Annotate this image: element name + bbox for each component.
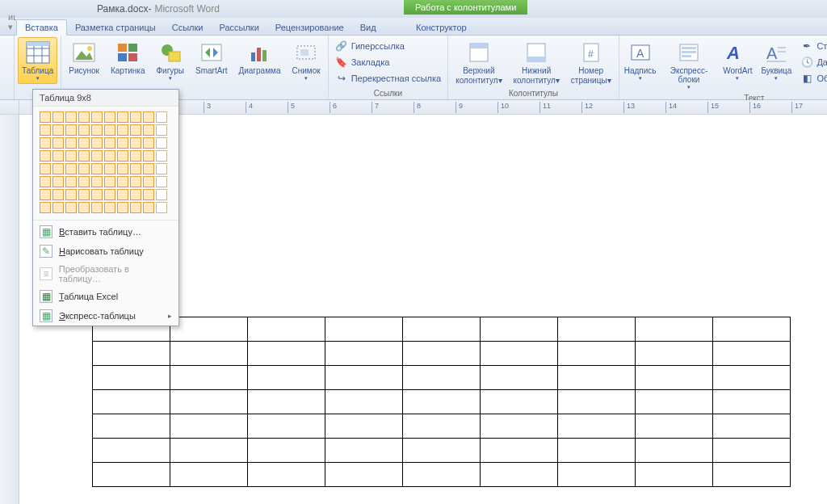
picker-cell[interactable]: [117, 111, 128, 123]
picker-cell[interactable]: [156, 189, 167, 200]
quickparts-button[interactable]: Экспресс-блоки: [661, 37, 717, 93]
picker-cell[interactable]: [104, 202, 115, 213]
table-cell[interactable]: [403, 439, 481, 463]
table-cell[interactable]: [248, 317, 325, 342]
date-time-button[interactable]: 🕓Дата и время: [797, 55, 827, 69]
table-cell[interactable]: [713, 463, 791, 487]
picker-cell[interactable]: [143, 189, 154, 200]
table-cell[interactable]: [325, 463, 403, 487]
draw-table-item[interactable]: ✎Нарисовать таблицу: [33, 242, 178, 261]
picker-cell[interactable]: [65, 137, 77, 149]
table-cell[interactable]: [713, 366, 791, 390]
picker-cell[interactable]: [78, 150, 90, 162]
picker-cell[interactable]: [156, 163, 167, 174]
picker-cell[interactable]: [52, 124, 64, 136]
table-cell[interactable]: [325, 414, 403, 439]
table-cell[interactable]: [481, 390, 558, 414]
picker-cell[interactable]: [78, 176, 90, 187]
picker-cell[interactable]: [143, 163, 154, 174]
table-cell[interactable]: [325, 366, 403, 390]
picker-cell[interactable]: [40, 202, 51, 213]
picker-cell[interactable]: [40, 124, 51, 136]
table-cell[interactable]: [170, 366, 248, 390]
picker-cell[interactable]: [91, 163, 103, 174]
table-cell[interactable]: [558, 390, 636, 414]
picker-cell[interactable]: [143, 124, 154, 136]
picker-cell[interactable]: [156, 124, 167, 136]
wordart-button[interactable]: A WordArt: [720, 37, 755, 84]
picker-cell[interactable]: [117, 176, 128, 187]
tab-review[interactable]: Рецензирование: [267, 20, 352, 35]
picker-cell[interactable]: [78, 137, 90, 149]
picker-cell[interactable]: [117, 150, 128, 162]
table-cell[interactable]: [558, 366, 636, 390]
picker-cell[interactable]: [104, 150, 115, 162]
picker-cell[interactable]: [143, 111, 154, 123]
picker-cell[interactable]: [78, 163, 90, 174]
picker-cell[interactable]: [52, 111, 64, 123]
picker-cell[interactable]: [52, 189, 64, 200]
picker-cell[interactable]: [104, 176, 115, 187]
picker-cell[interactable]: [52, 202, 64, 213]
picker-cell[interactable]: [156, 111, 167, 123]
table-cell[interactable]: [713, 390, 791, 414]
picker-cell[interactable]: [130, 163, 141, 174]
picker-cell[interactable]: [91, 137, 103, 149]
picker-cell[interactable]: [65, 124, 77, 136]
picker-cell[interactable]: [130, 189, 141, 200]
table-cell[interactable]: [481, 366, 558, 390]
picker-cell[interactable]: [130, 137, 141, 149]
table-cell[interactable]: [558, 342, 636, 366]
table-cell[interactable]: [248, 414, 325, 439]
dropcap-button[interactable]: A Буквица: [758, 37, 794, 84]
picker-cell[interactable]: [65, 176, 77, 187]
tab-cut-left[interactable]: ица ▾: [0, 10, 16, 35]
picker-cell[interactable]: [52, 163, 64, 174]
excel-table-item[interactable]: ▦Таблица Excel: [33, 287, 178, 306]
picker-cell[interactable]: [78, 189, 90, 200]
picker-cell[interactable]: [156, 202, 167, 213]
table-cell[interactable]: [636, 366, 713, 390]
picker-cell[interactable]: [91, 176, 103, 187]
picker-cell[interactable]: [52, 150, 64, 162]
picker-cell[interactable]: [65, 189, 77, 200]
picker-cell[interactable]: [130, 124, 141, 136]
picker-cell[interactable]: [156, 137, 167, 149]
picker-cell[interactable]: [117, 124, 128, 136]
picker-cell[interactable]: [117, 163, 128, 174]
picker-cell[interactable]: [91, 111, 103, 123]
table-cell[interactable]: [325, 439, 403, 463]
picker-cell[interactable]: [78, 124, 90, 136]
table-cell[interactable]: [636, 317, 713, 342]
signature-line-button[interactable]: ✒Строка подписи: [797, 39, 827, 53]
vertical-ruler[interactable]: [0, 115, 19, 504]
table-cell[interactable]: [481, 414, 558, 439]
table-cell[interactable]: [325, 390, 403, 414]
table-cell[interactable]: [713, 342, 791, 366]
table-cell[interactable]: [636, 342, 713, 366]
picker-cell[interactable]: [65, 202, 77, 213]
tab-insert[interactable]: Вставка: [16, 19, 67, 36]
picker-cell[interactable]: [40, 189, 51, 200]
picker-cell[interactable]: [40, 176, 51, 187]
table-cell[interactable]: [403, 390, 481, 414]
table-cell[interactable]: [248, 463, 325, 487]
quick-tables-item[interactable]: ▦Экспресс-таблицы: [33, 306, 178, 326]
picker-cell[interactable]: [40, 163, 51, 174]
table-cell[interactable]: [481, 463, 558, 487]
table-cell[interactable]: [558, 414, 636, 439]
picker-cell[interactable]: [143, 150, 154, 162]
table-cell[interactable]: [481, 439, 558, 463]
textbox-button[interactable]: A Надпись: [623, 37, 658, 84]
picker-cell[interactable]: [65, 150, 77, 162]
picture-button[interactable]: Рисунок: [65, 37, 103, 78]
tab-references[interactable]: Ссылки: [164, 20, 212, 35]
picker-cell[interactable]: [65, 163, 77, 174]
table-cell[interactable]: [170, 317, 248, 342]
picker-cell[interactable]: [156, 150, 167, 162]
picker-cell[interactable]: [91, 202, 103, 213]
shapes-button[interactable]: Фигуры: [153, 37, 188, 84]
picker-cell[interactable]: [78, 202, 90, 213]
picker-cell[interactable]: [104, 189, 115, 200]
picker-cell[interactable]: [40, 137, 51, 149]
